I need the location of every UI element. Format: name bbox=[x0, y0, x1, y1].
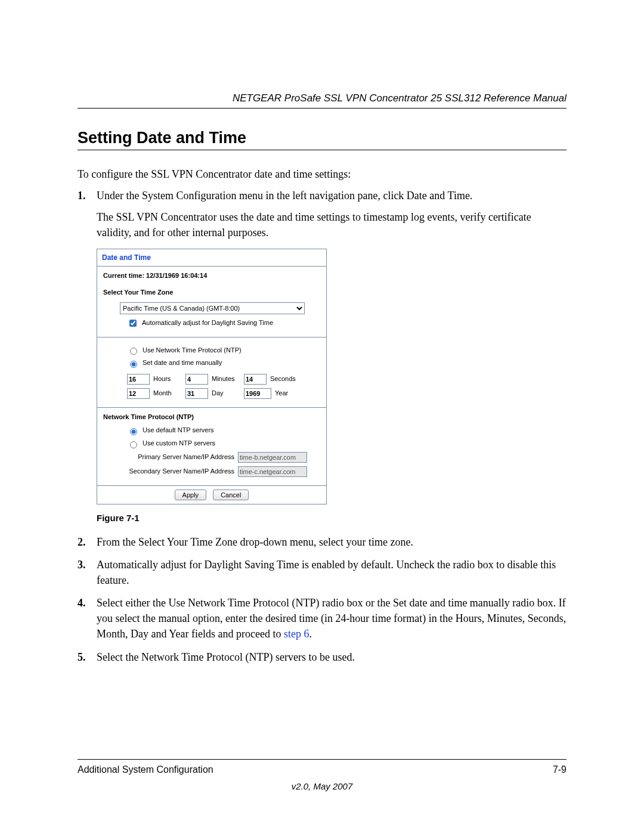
secondary-server-label: Secondary Server Name/IP Address bbox=[103, 467, 234, 476]
step-4: 4. Select either the Use Network Time Pr… bbox=[78, 595, 566, 642]
footer-left: Additional System Configuration bbox=[78, 764, 213, 775]
step-1: 1. Under the System Configuration menu i… bbox=[78, 188, 566, 527]
default-ntp-label: Use default NTP servers bbox=[143, 426, 214, 435]
hours-label: Hours bbox=[153, 374, 182, 384]
seconds-input[interactable] bbox=[244, 374, 267, 385]
apply-button[interactable]: Apply bbox=[175, 490, 207, 500]
year-input[interactable] bbox=[244, 388, 271, 399]
step-4-text-b: . bbox=[309, 628, 312, 640]
seconds-label: Seconds bbox=[270, 374, 299, 384]
custom-ntp-radio[interactable] bbox=[130, 441, 137, 448]
timezone-select[interactable]: Pacific Time (US & Canada) (GMT-8:00) bbox=[120, 302, 305, 314]
figure-caption: Figure 7-1 bbox=[97, 512, 566, 525]
current-time: Current time: 12/31/1969 16:04:14 bbox=[103, 271, 320, 281]
panel-title: Date and Time bbox=[97, 249, 326, 265]
step-1-num: 1. bbox=[78, 188, 97, 527]
running-header: NETGEAR ProSafe SSL VPN Concentrator 25 … bbox=[78, 92, 566, 109]
page-title: Setting Date and Time bbox=[78, 129, 566, 150]
footer-right: 7-9 bbox=[553, 764, 566, 775]
secondary-server-input[interactable] bbox=[238, 466, 307, 477]
step-2-text: From the Select Your Time Zone drop-down… bbox=[97, 534, 566, 550]
step-6-link[interactable]: step 6 bbox=[284, 628, 309, 640]
minutes-label: Minutes bbox=[212, 374, 240, 384]
year-label: Year bbox=[275, 389, 304, 398]
default-ntp-radio[interactable] bbox=[130, 428, 137, 435]
cancel-button[interactable]: Cancel bbox=[213, 490, 249, 500]
step-4-num: 4. bbox=[78, 595, 97, 642]
step-1-sub: The SSL VPN Concentrator uses the date a… bbox=[97, 209, 566, 240]
use-ntp-radio[interactable] bbox=[130, 348, 137, 355]
date-time-panel: Date and Time Current time: 12/31/1969 1… bbox=[97, 249, 327, 504]
step-1-text: Under the System Configuration menu in t… bbox=[97, 190, 472, 202]
footer-version: v2.0, May 2007 bbox=[78, 781, 566, 791]
ntp-heading: Network Time Protocol (NTP) bbox=[103, 413, 320, 422]
step-4-text-a: Select either the Use Network Time Proto… bbox=[97, 597, 566, 640]
hours-input[interactable] bbox=[127, 374, 150, 385]
step-3-num: 3. bbox=[78, 557, 97, 588]
dst-label: Automatically adjust for Daylight Saving… bbox=[142, 318, 273, 328]
custom-ntp-label: Use custom NTP servers bbox=[143, 439, 215, 448]
tz-heading: Select Your Time Zone bbox=[103, 288, 320, 298]
dst-checkbox[interactable] bbox=[129, 320, 137, 327]
day-label: Day bbox=[212, 389, 240, 398]
step-2: 2. From the Select Your Time Zone drop-d… bbox=[78, 534, 566, 550]
primary-server-label: Primary Server Name/IP Address bbox=[103, 453, 234, 462]
set-manual-radio[interactable] bbox=[130, 361, 137, 368]
step-3: 3. Automatically adjust for Daylight Sav… bbox=[78, 557, 566, 588]
minutes-input[interactable] bbox=[185, 374, 208, 385]
step-5: 5. Select the Network Time Protocol (NTP… bbox=[78, 649, 566, 665]
day-input[interactable] bbox=[185, 388, 208, 399]
step-3-text: Automatically adjust for Daylight Saving… bbox=[97, 557, 566, 588]
step-2-num: 2. bbox=[78, 534, 97, 550]
primary-server-input[interactable] bbox=[238, 452, 307, 463]
set-manual-label: Set date and time manually bbox=[143, 358, 222, 368]
step-5-num: 5. bbox=[78, 649, 97, 665]
step-5-text: Select the Network Time Protocol (NTP) s… bbox=[97, 649, 566, 665]
intro-text: To configure the SSL VPN Concentrator da… bbox=[78, 168, 566, 181]
month-input[interactable] bbox=[127, 388, 150, 399]
use-ntp-label: Use Network Time Protocol (NTP) bbox=[143, 346, 242, 355]
page-footer: Additional System Configuration 7-9 v2.0… bbox=[78, 759, 566, 791]
month-label: Month bbox=[153, 389, 182, 398]
